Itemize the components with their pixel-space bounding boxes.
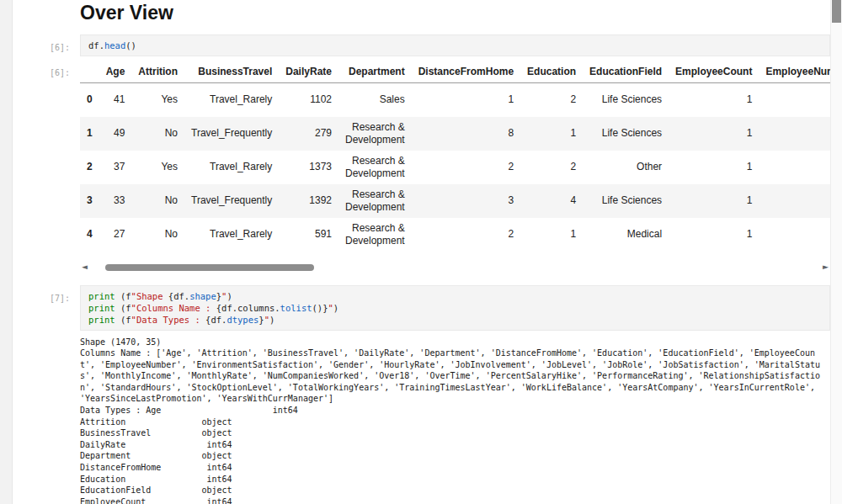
cell: 279 xyxy=(279,117,338,151)
cell: 4 xyxy=(520,184,583,218)
execution-count-out6: [6]: xyxy=(13,61,80,79)
cell: Yes xyxy=(131,83,184,117)
cell: Travel_Rarely xyxy=(184,151,279,184)
code-cell-7: [7]: print (f"Shape {df.shape}") print (… xyxy=(13,285,830,331)
table-row: 0 41 Yes Travel_Rarely 1102 Sales 1 2 Li… xyxy=(80,83,842,117)
cell: Travel_Rarely xyxy=(184,83,279,117)
page-title: Over View xyxy=(80,2,830,24)
cell: No xyxy=(131,117,184,151)
cell: 1 xyxy=(669,218,759,252)
cell: Research & Development xyxy=(338,151,412,184)
cell: Life Sciences xyxy=(583,184,669,218)
cell: Research & Development xyxy=(338,218,412,252)
column-header-index xyxy=(80,61,99,83)
cell: 1373 xyxy=(279,151,338,184)
scroll-right-button[interactable]: ► xyxy=(821,263,830,271)
cell: 49 xyxy=(99,117,132,151)
cell: 591 xyxy=(279,218,338,252)
cell: 27 xyxy=(99,218,132,252)
cell: 1 xyxy=(520,117,583,151)
cell: Life Sciences xyxy=(583,83,669,117)
cell: No xyxy=(131,218,184,252)
row-index: 1 xyxy=(80,117,99,151)
table-row: 4 27 No Travel_Rarely 591 Research & Dev… xyxy=(80,218,842,252)
h-scrollbar-track[interactable] xyxy=(94,263,816,272)
column-header: Department xyxy=(338,61,412,83)
cell: 33 xyxy=(99,184,132,218)
cell: Travel_Frequently xyxy=(184,184,279,218)
cell: 2 xyxy=(520,151,583,184)
code-token-string: "Data Types : xyxy=(131,315,206,325)
code-line: print (f"Shape {df.shape}") xyxy=(88,290,822,302)
code-token-keyword: print xyxy=(88,303,115,313)
h-scrollbar[interactable]: ◄ ► xyxy=(80,262,830,273)
row-index: 0 xyxy=(80,83,99,117)
cell: 1 xyxy=(669,83,759,117)
markdown-cell: Over View xyxy=(13,2,830,34)
code-token-keyword: print xyxy=(88,291,115,301)
code-cell-input-6[interactable]: df.head() xyxy=(80,34,830,56)
cell: 37 xyxy=(99,151,132,184)
code-token-method: dtypes xyxy=(226,315,258,325)
cell: 2 xyxy=(412,218,520,252)
cell-output-6: [6]: Age Attrition BusinessTravel DailyR… xyxy=(13,61,830,273)
page-scrollbar[interactable] xyxy=(830,0,842,504)
cell: Other xyxy=(583,151,669,184)
cell: Research & Development xyxy=(338,117,412,151)
code-token-keyword: print xyxy=(88,315,115,325)
header-row: Age Attrition BusinessTravel DailyRate D… xyxy=(80,61,842,83)
code-token-method: shape xyxy=(189,291,216,301)
code-token-string: "Columns Name : xyxy=(131,303,216,313)
dataframe-table: Age Attrition BusinessTravel DailyRate D… xyxy=(80,61,842,252)
column-header: EmployeeCount xyxy=(669,61,759,83)
column-header: Attrition xyxy=(131,61,184,83)
column-header: EducationField xyxy=(583,61,669,83)
cell-output-text: Shape (1470, 35) Columns Name : ['Age', … xyxy=(80,337,830,504)
cell: 1 xyxy=(669,151,759,184)
cell: No xyxy=(131,184,184,218)
cell: 2 xyxy=(412,151,520,184)
cell: 1102 xyxy=(279,83,338,117)
code-cell-input-7[interactable]: print (f"Shape {df.shape}") print (f"Col… xyxy=(80,285,830,331)
left-gutter xyxy=(0,0,13,504)
cell: Travel_Frequently xyxy=(184,117,279,151)
row-index: 4 xyxy=(80,218,99,252)
code-line: print (f"Columns Name : {df.columns.toli… xyxy=(88,302,822,314)
execution-count-in6: [6]: xyxy=(13,34,80,54)
code-token-string: "Shape xyxy=(131,291,168,301)
table-row: 3 33 No Travel_Frequently 1392 Research … xyxy=(80,184,842,218)
cell: 2 xyxy=(520,83,583,117)
cell: 1392 xyxy=(279,184,338,218)
cell: 3 xyxy=(412,184,520,218)
code-line: print (f"Data Types : {df.dtypes}") xyxy=(88,314,822,326)
code-token-method: head xyxy=(104,40,125,50)
column-header: BusinessTravel xyxy=(184,61,279,83)
cell: 1 xyxy=(520,218,583,252)
code-token: df. xyxy=(88,40,104,50)
cell: Travel_Rarely xyxy=(184,218,279,252)
cell: Life Sciences xyxy=(583,117,669,151)
execution-count-in7: [7]: xyxy=(13,285,80,305)
cell: Medical xyxy=(583,218,669,252)
h-scrollbar-thumb[interactable] xyxy=(105,264,315,271)
table-row: 2 37 Yes Travel_Rarely 1373 Research & D… xyxy=(80,151,842,184)
cell: 8 xyxy=(412,117,520,151)
cell: 1 xyxy=(412,83,520,117)
cell-output-7: Shape (1470, 35) Columns Name : ['Age', … xyxy=(13,331,830,504)
column-header: Age xyxy=(99,61,132,83)
scroll-left-button[interactable]: ◄ xyxy=(80,263,89,271)
cell: Sales xyxy=(338,83,412,117)
code-cell-6: [6]: df.head() xyxy=(13,34,830,56)
table-row: 1 49 No Travel_Frequently 279 Research &… xyxy=(80,117,842,151)
row-index: 2 xyxy=(80,151,99,184)
cell: Research & Development xyxy=(338,184,412,218)
notebook-area: Over View [6]: df.head() [6]: Age Attrit… xyxy=(13,2,830,504)
page-scrollbar-thumb[interactable] xyxy=(832,0,841,23)
row-index: 3 xyxy=(80,184,99,218)
cell: 41 xyxy=(99,83,132,117)
cell: Yes xyxy=(131,151,184,184)
column-header: DailyRate xyxy=(279,61,338,83)
cell: 1 xyxy=(669,184,759,218)
cell: 1 xyxy=(669,117,759,151)
column-header: DistanceFromHome xyxy=(412,61,520,83)
